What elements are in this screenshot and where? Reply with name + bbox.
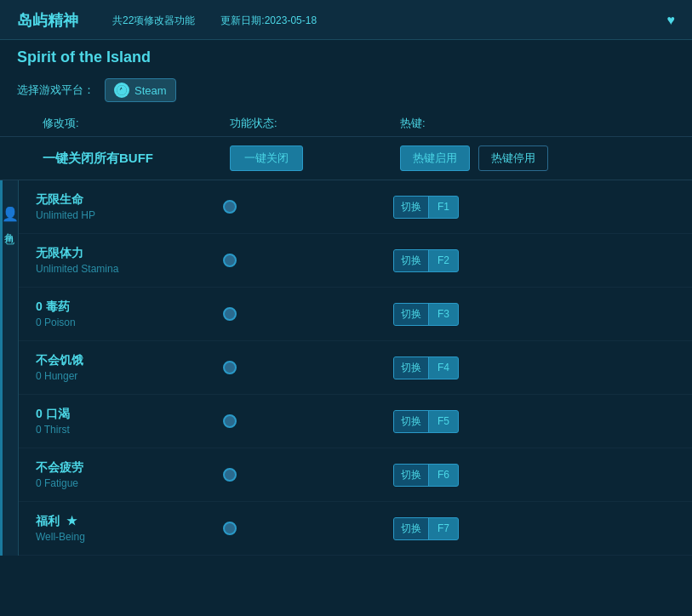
toggle-circle-0[interactable] [223, 200, 237, 214]
mod-row: 不会饥饿 0 Hunger 切换 F4 [19, 341, 692, 395]
hotkey-badge-5[interactable]: 切换 F6 [393, 464, 459, 487]
mod-info-4: 0 口渴 0 Thirst [36, 407, 223, 436]
global-hotkey-area: 热键启用 热键停用 [400, 145, 675, 171]
mod-name-cn-4: 0 口渴 [36, 407, 223, 422]
mod-toggle-2 [223, 307, 393, 321]
mod-row: 不会疲劳 0 Fatigue 切换 F6 [19, 448, 692, 502]
mod-hotkey-4: 切换 F5 [393, 410, 675, 433]
column-headers: 修改项: 功能状态: 热键: [0, 111, 692, 137]
toggle-circle-4[interactable] [223, 414, 237, 428]
hotkey-key-6: F7 [429, 519, 458, 538]
steam-label: Steam [134, 84, 167, 97]
hotkey-badge-2[interactable]: 切换 F3 [393, 303, 459, 326]
hotkey-badge-1[interactable]: 切换 F2 [393, 249, 459, 272]
svg-point-1 [120, 88, 123, 92]
mod-name-en-0: Unlimited HP [36, 209, 223, 221]
toggle-circle-1[interactable] [223, 254, 237, 267]
hotkey-badge-3[interactable]: 切换 F4 [393, 356, 459, 379]
mod-name-cn-6: 福利 ★ [36, 514, 223, 529]
hotkey-label-5: 切换 [394, 465, 429, 486]
steam-icon [114, 83, 129, 98]
hotkey-key-2: F3 [429, 305, 458, 323]
hotkey-badge-6[interactable]: 切换 F7 [393, 517, 459, 540]
col-hotkey-header: 热键: [400, 116, 675, 131]
mod-toggle-6 [223, 522, 393, 535]
mod-name-cn-5: 不会疲劳 [36, 460, 223, 476]
mod-name-cn-3: 不会饥饿 [36, 353, 223, 368]
mod-toggle-4 [223, 414, 393, 428]
mod-hotkey-2: 切换 F3 [393, 303, 675, 326]
mod-name-en-2: 0 Poison [36, 317, 223, 328]
close-all-button[interactable]: 一键关闭 [230, 145, 303, 171]
hotkey-key-1: F2 [429, 251, 458, 270]
mod-row: 0 毒药 0 Poison 切换 F3 [19, 288, 692, 341]
mod-toggle-0 [223, 200, 393, 214]
hotkey-label-1: 切换 [394, 250, 429, 271]
mod-hotkey-0: 切换 F1 [393, 196, 675, 219]
mod-name-cn-1: 无限体力 [36, 246, 223, 261]
hotkey-key-4: F5 [429, 412, 458, 431]
game-title-cn: 岛屿精神 [17, 10, 78, 31]
mod-name-en-6: Well-Being [36, 531, 223, 543]
mod-list: 无限生命 Unlimited HP 切换 F1 无限体力 Unlimited S… [19, 180, 692, 556]
col-status-header: 功能状态: [230, 116, 400, 131]
character-icon: 👤 [2, 206, 17, 221]
hotkey-label-6: 切换 [394, 518, 429, 539]
star-badge-6: ★ [66, 514, 77, 528]
mod-hotkey-1: 切换 F2 [393, 249, 675, 272]
hotkey-disable-button[interactable]: 热键停用 [478, 145, 548, 171]
global-buff-name: 一键关闭所有BUFF [43, 151, 230, 167]
header: 岛屿精神 共22项修改器功能 更新日期:2023-05-18 ♥ [0, 0, 692, 40]
mod-name-cn-2: 0 毒药 [36, 299, 223, 315]
favorite-icon[interactable]: ♥ [667, 13, 676, 28]
steam-platform-button[interactable]: Steam [105, 78, 176, 102]
sidebar-label[interactable]: 角色 [2, 225, 16, 228]
toggle-circle-6[interactable] [223, 522, 237, 535]
sidebar-tab: 👤 角色 [0, 180, 19, 556]
mod-toggle-1 [223, 254, 393, 267]
sidebar-accent [0, 180, 3, 556]
feature-count: 共22项修改器功能 [112, 14, 195, 28]
hotkey-key-5: F6 [429, 465, 458, 484]
hotkey-label-2: 切换 [394, 304, 429, 325]
mod-name-en-5: 0 Fatigue [36, 477, 223, 489]
mod-info-5: 不会疲劳 0 Fatigue [36, 460, 223, 489]
mod-info-2: 0 毒药 0 Poison [36, 299, 223, 328]
mod-info-1: 无限体力 Unlimited Stamina [36, 246, 223, 275]
hotkey-badge-0[interactable]: 切换 F1 [393, 196, 459, 219]
global-status-area: 一键关闭 [230, 145, 400, 171]
mod-toggle-5 [223, 468, 393, 482]
toggle-circle-2[interactable] [223, 307, 237, 321]
mod-name-en-1: Unlimited Stamina [36, 263, 223, 275]
global-buff-row: 一键关闭所有BUFF 一键关闭 热键启用 热键停用 [0, 137, 692, 180]
platform-label: 选择游戏平台： [17, 83, 94, 98]
hotkey-label-4: 切换 [394, 411, 429, 432]
mod-name-en-3: 0 Hunger [36, 370, 223, 382]
mod-info-3: 不会饥饿 0 Hunger [36, 353, 223, 382]
hotkey-key-3: F4 [429, 358, 458, 377]
toggle-circle-3[interactable] [223, 361, 237, 374]
hotkey-enable-button[interactable]: 热键启用 [400, 145, 470, 171]
mod-info-0: 无限生命 Unlimited HP [36, 192, 223, 221]
mod-row: 无限体力 Unlimited Stamina 切换 F2 [19, 234, 692, 288]
platform-row: 选择游戏平台： Steam [0, 73, 692, 111]
hotkey-label-3: 切换 [394, 357, 429, 379]
update-date: 更新日期:2023-05-18 [220, 14, 317, 28]
content-area: 👤 角色 无限生命 Unlimited HP 切换 F1 无限体力 Unlimi… [0, 180, 692, 556]
hotkey-badge-4[interactable]: 切换 F5 [393, 410, 459, 433]
mod-row: 无限生命 Unlimited HP 切换 F1 [19, 180, 692, 234]
mod-toggle-3 [223, 361, 393, 374]
mod-hotkey-5: 切换 F6 [393, 464, 675, 487]
mod-name-cn-0: 无限生命 [36, 192, 223, 208]
toggle-circle-5[interactable] [223, 468, 237, 482]
game-title-en: Spirit of the Island [0, 40, 692, 73]
mod-info-6: 福利 ★ Well-Being [36, 514, 223, 543]
mod-hotkey-3: 切换 F4 [393, 356, 675, 379]
mod-row: 福利 ★ Well-Being 切换 F7 [19, 502, 692, 556]
hotkey-key-0: F1 [429, 197, 458, 216]
mod-row: 0 口渴 0 Thirst 切换 F5 [19, 395, 692, 448]
hotkey-label-0: 切换 [394, 197, 429, 218]
col-mod-header: 修改项: [43, 116, 230, 131]
mod-name-en-4: 0 Thirst [36, 424, 223, 436]
mod-hotkey-6: 切换 F7 [393, 517, 675, 540]
